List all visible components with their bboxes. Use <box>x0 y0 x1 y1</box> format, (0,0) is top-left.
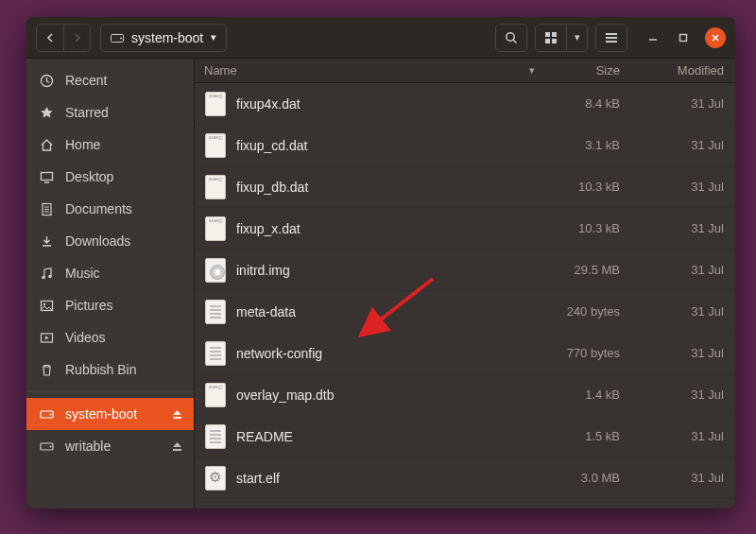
location-bar[interactable]: system-boot ▾ <box>100 24 227 52</box>
sidebar-mount-writable[interactable]: writable <box>26 430 194 462</box>
svg-point-23 <box>48 274 52 278</box>
sidebar-item-label: system-boot <box>65 406 137 422</box>
file-size: 10.3 kB <box>544 180 639 194</box>
drive-icon <box>40 440 54 452</box>
sidebar-item-home[interactable]: Home <box>26 129 194 161</box>
file-icon <box>195 92 236 116</box>
clock-icon <box>40 74 54 88</box>
file-row[interactable]: start.elf3.0 MB31 Jul <box>195 457 735 499</box>
view-group: ▾ <box>535 24 588 52</box>
file-icon <box>195 300 236 324</box>
maximize-button[interactable] <box>675 29 692 46</box>
file-icon <box>195 341 236 366</box>
file-size: 1.4 kB <box>544 388 639 402</box>
sidebar-item-recent[interactable]: Recent <box>26 64 194 96</box>
home-icon <box>40 138 54 152</box>
sidebar-item-rubbish-bin[interactable]: Rubbish Bin <box>26 353 194 386</box>
svg-rect-7 <box>552 39 557 43</box>
file-row[interactable]: overlay_map.dtb1.4 kB31 Jul <box>195 374 735 416</box>
svg-point-25 <box>43 302 45 304</box>
file-modified: 31 Jul <box>639 96 724 111</box>
sidebar-item-starred[interactable]: Starred <box>26 96 194 129</box>
file-row[interactable]: fixup_db.dat10.3 kB31 Jul <box>195 166 735 208</box>
minimize-button[interactable] <box>644 29 662 46</box>
downloads-icon <box>40 234 54 249</box>
column-header: Name ▾ Size Modified <box>195 59 735 83</box>
file-size: 3.1 kB <box>544 138 639 152</box>
sidebar-item-label: Rubbish Bin <box>65 362 137 377</box>
sidebar-item-documents[interactable]: Documents <box>26 193 194 225</box>
file-name: fixup_x.dat <box>236 221 544 236</box>
column-name[interactable]: Name ▾ <box>195 63 544 78</box>
sidebar-item-label: Starred <box>65 105 109 120</box>
eject-button[interactable] <box>172 441 182 452</box>
file-modified: 31 Jul <box>639 429 724 443</box>
column-modified[interactable]: Modified <box>639 63 724 78</box>
nav-back-button[interactable] <box>37 25 63 51</box>
file-size: 1.5 kB <box>544 429 639 443</box>
titlebar: system-boot ▾ ▾ <box>26 17 735 59</box>
sidebar-item-label: Videos <box>65 330 106 345</box>
file-name: initrd.img <box>236 263 544 278</box>
file-row[interactable]: README1.5 kB31 Jul <box>195 416 735 457</box>
nav-arrows <box>36 24 91 52</box>
sidebar-item-label: Recent <box>65 73 107 88</box>
file-name: overlay_map.dtb <box>236 388 544 403</box>
sidebar-item-music[interactable]: Music <box>26 257 194 289</box>
file-row[interactable]: fixup4x.dat8.4 kB31 Jul <box>195 83 735 125</box>
sidebar-item-videos[interactable]: Videos <box>26 321 194 353</box>
desktop-icon <box>40 170 54 184</box>
file-name: fixup_db.dat <box>236 180 544 195</box>
docs-icon <box>40 202 54 216</box>
svg-rect-5 <box>552 32 557 37</box>
svg-point-22 <box>42 275 45 279</box>
sidebar-item-label: Home <box>65 137 100 152</box>
svg-rect-16 <box>42 172 53 180</box>
file-size: 240 bytes <box>544 304 639 319</box>
svg-rect-29 <box>173 417 181 419</box>
file-modified: 31 Jul <box>639 263 724 277</box>
file-icon <box>195 175 236 199</box>
search-group <box>495 24 527 52</box>
window-controls <box>644 27 726 48</box>
file-size: 770 bytes <box>544 346 639 360</box>
file-row[interactable]: fixup_cd.dat3.1 kB31 Jul <box>195 125 735 166</box>
file-icon <box>195 216 236 241</box>
file-list[interactable]: fixup4x.dat8.4 kB31 Julfixup_cd.dat3.1 k… <box>195 83 735 508</box>
file-row[interactable]: network-config770 bytes31 Jul <box>195 333 735 374</box>
sort-indicator-icon: ▾ <box>529 64 544 77</box>
file-name: start.elf <box>236 471 544 486</box>
sidebar-mount-system-boot[interactable]: system-boot <box>26 398 194 430</box>
content-pane: Name ▾ Size Modified fixup4x.dat8.4 kB31… <box>195 59 735 508</box>
file-row[interactable]: meta-data240 bytes31 Jul <box>195 291 735 333</box>
close-button[interactable] <box>705 27 726 48</box>
grid-view-button[interactable] <box>536 25 566 51</box>
file-name: fixup4x.dat <box>236 96 544 112</box>
sidebar-item-pictures[interactable]: Pictures <box>26 289 194 321</box>
search-button[interactable] <box>496 25 526 51</box>
view-options-button[interactable]: ▾ <box>566 25 587 51</box>
star-icon <box>40 106 54 120</box>
music-icon <box>40 267 54 281</box>
column-size[interactable]: Size <box>544 63 639 78</box>
sidebar-item-label: writable <box>65 439 111 454</box>
file-icon <box>195 424 236 449</box>
sidebar-item-desktop[interactable]: Desktop <box>26 161 194 193</box>
window-body: RecentStarredHomeDesktopDocumentsDownloa… <box>26 59 735 508</box>
file-icon <box>195 383 236 407</box>
sidebar-item-downloads[interactable]: Downloads <box>26 225 194 257</box>
sidebar-item-label: Documents <box>65 201 132 216</box>
sidebar-item-label: Music <box>65 266 100 281</box>
nav-forward-button[interactable] <box>63 25 90 51</box>
file-icon <box>195 466 236 491</box>
drive-icon <box>111 32 124 43</box>
svg-rect-4 <box>545 32 550 37</box>
eject-button[interactable] <box>172 409 182 420</box>
file-row[interactable]: fixup_x.dat10.3 kB31 Jul <box>195 208 735 250</box>
svg-point-31 <box>50 446 52 448</box>
file-icon <box>195 258 236 283</box>
file-modified: 31 Jul <box>639 221 724 235</box>
file-size: 3.0 MB <box>544 471 639 485</box>
file-row[interactable]: initrd.img29.5 MB31 Jul <box>195 250 735 291</box>
hamburger-menu-button[interactable] <box>596 25 627 51</box>
